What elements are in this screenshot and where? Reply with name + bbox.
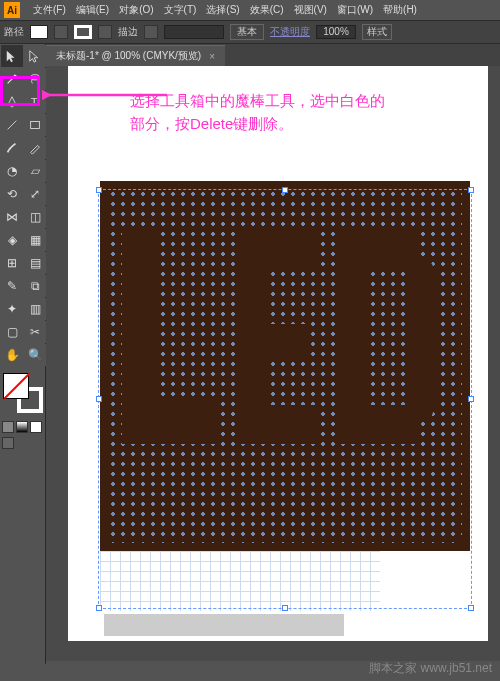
- menu-effect[interactable]: 效果(C): [245, 3, 289, 17]
- scale-tool[interactable]: ⤢: [24, 183, 46, 205]
- color-mode-none[interactable]: [30, 421, 42, 433]
- app-window: Ai 文件(F) 编辑(E) 对象(O) 文字(T) 选择(S) 效果(C) 视…: [0, 0, 500, 681]
- svg-line-3: [8, 121, 17, 130]
- fill-stroke-indicator[interactable]: [3, 373, 43, 413]
- menu-view[interactable]: 视图(V): [289, 3, 332, 17]
- options-bar: 路径 描边 基本 不透明度 100% 样式: [0, 20, 500, 44]
- fill-dropdown[interactable]: [54, 25, 68, 39]
- close-tab-icon[interactable]: ×: [209, 51, 215, 62]
- pencil-tool[interactable]: [24, 137, 46, 159]
- menu-select[interactable]: 选择(S): [201, 3, 244, 17]
- symbol-spray-tool[interactable]: ✦: [1, 298, 23, 320]
- rectangle-tool[interactable]: [24, 114, 46, 136]
- menu-object[interactable]: 对象(O): [114, 3, 158, 17]
- lasso-tool[interactable]: [24, 68, 46, 90]
- path-label: 路径: [4, 25, 24, 39]
- stroke-swatch[interactable]: [74, 25, 92, 39]
- handle-br[interactable]: [468, 605, 474, 611]
- free-transform-tool[interactable]: ◫: [24, 206, 46, 228]
- menu-type[interactable]: 文字(T): [159, 3, 202, 17]
- rotate-tool[interactable]: ⟲: [1, 183, 23, 205]
- led-artwork[interactable]: [100, 181, 470, 551]
- menu-window[interactable]: 窗口(W): [332, 3, 378, 17]
- magic-wand-tool[interactable]: [1, 68, 23, 90]
- fill-swatch[interactable]: [30, 25, 48, 39]
- artboard-canvas[interactable]: [68, 66, 488, 641]
- eraser-tool[interactable]: ▱: [24, 160, 46, 182]
- shape-builder-tool[interactable]: ◈: [1, 229, 23, 251]
- graph-tool[interactable]: ▥: [24, 298, 46, 320]
- stroke-label: 描边: [118, 25, 138, 39]
- artboard-tool[interactable]: ▢: [1, 321, 23, 343]
- hand-tool[interactable]: ✋: [1, 344, 23, 366]
- selection-tool[interactable]: [1, 45, 23, 67]
- led-letters: [108, 189, 462, 543]
- document-tab-bar: 未标题-1* @ 100% (CMYK/预览) ×: [0, 44, 500, 66]
- color-mode-normal[interactable]: [2, 421, 14, 433]
- document-tab-title: 未标题-1* @ 100% (CMYK/预览): [56, 49, 201, 63]
- width-tool[interactable]: ⋈: [1, 206, 23, 228]
- slice-tool[interactable]: ✂: [24, 321, 46, 343]
- pen-tool[interactable]: [1, 91, 23, 113]
- svg-rect-4: [31, 122, 40, 129]
- line-tool[interactable]: [1, 114, 23, 136]
- annotation-line1: 选择工具箱中的魔棒工具，选中白色的: [130, 90, 385, 113]
- workspace: [46, 66, 500, 661]
- grid-extension: [100, 551, 380, 611]
- document-tab[interactable]: 未标题-1* @ 100% (CMYK/预览) ×: [46, 45, 225, 66]
- blend-tool[interactable]: ⧉: [24, 275, 46, 297]
- stroke-dropdown[interactable]: [98, 25, 112, 39]
- tool-panel: T ◔ ▱ ⟲ ⤢ ⋈ ◫ ◈ ▦ ⊞ ▤ ✎ ⧉ ✦ ▥ ▢ ✂ ✋ 🔍: [0, 44, 46, 664]
- gradient-tool[interactable]: ▤: [24, 252, 46, 274]
- ai-logo-icon: Ai: [4, 2, 20, 18]
- menu-file[interactable]: 文件(F): [28, 3, 71, 17]
- mesh-tool[interactable]: ⊞: [1, 252, 23, 274]
- brush-basic[interactable]: 基本: [230, 24, 264, 40]
- color-mode-gradient[interactable]: [16, 421, 28, 433]
- color-mode-row: [0, 419, 45, 435]
- blob-brush-tool[interactable]: ◔: [1, 160, 23, 182]
- svg-text:T: T: [31, 96, 38, 108]
- eyedropper-tool[interactable]: ✎: [1, 275, 23, 297]
- menu-edit[interactable]: 编辑(E): [71, 3, 114, 17]
- watermark: 脚本之家 www.jb51.net: [369, 660, 492, 677]
- screen-mode[interactable]: [2, 437, 14, 449]
- menu-help[interactable]: 帮助(H): [378, 3, 422, 17]
- opacity-label[interactable]: 不透明度: [270, 25, 310, 39]
- stroke-profile[interactable]: [164, 25, 224, 39]
- zoom-tool[interactable]: 🔍: [24, 344, 46, 366]
- fill-box[interactable]: [3, 373, 29, 399]
- perspective-tool[interactable]: ▦: [24, 229, 46, 251]
- svg-point-0: [15, 75, 17, 77]
- stroke-weight-dropdown[interactable]: [144, 25, 158, 39]
- brush-tool[interactable]: [1, 137, 23, 159]
- redacted-area: [104, 614, 344, 636]
- opacity-value[interactable]: 100%: [316, 25, 356, 39]
- direct-select-tool[interactable]: [24, 45, 46, 67]
- type-tool[interactable]: T: [24, 91, 46, 113]
- annotation-line2: 部分，按Delete键删除。: [130, 113, 385, 136]
- screen-mode-row: [0, 435, 45, 451]
- annotation-text: 选择工具箱中的魔棒工具，选中白色的 部分，按Delete键删除。: [130, 90, 385, 135]
- style-dropdown[interactable]: 样式: [362, 24, 392, 40]
- menu-bar: Ai 文件(F) 编辑(E) 对象(O) 文字(T) 选择(S) 效果(C) 视…: [0, 0, 500, 20]
